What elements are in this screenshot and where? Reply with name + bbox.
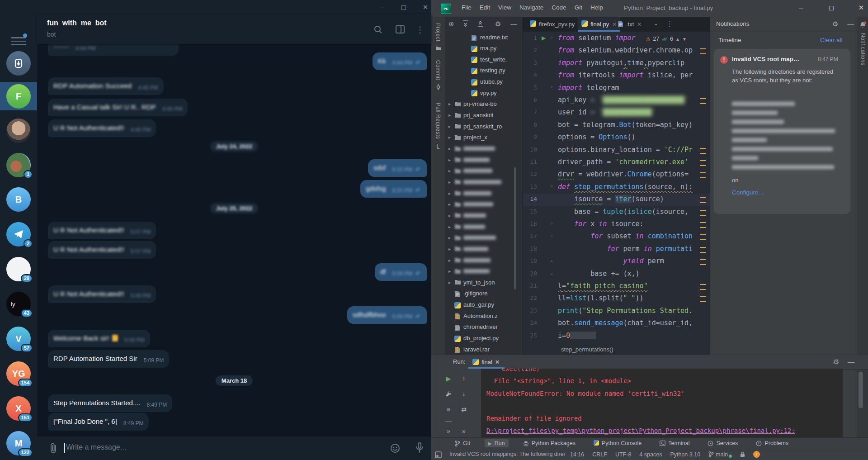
incoming-message[interactable]: U R Not Authenticated!!4:45 PM — [48, 119, 156, 137]
incoming-message[interactable]: Step Permutations Started....8:49 PM — [48, 394, 172, 412]
fold-marker-icon[interactable]: ▿ — [551, 184, 553, 189]
search-icon[interactable] — [372, 23, 384, 36]
tree-item-redacted[interactable]: ▸ — [445, 166, 522, 176]
chat-item-telegram-plane[interactable]: 2 — [0, 220, 37, 248]
code-line-17[interactable]: 17▿ for subset in combination — [523, 231, 710, 243]
chat-item-photo-portrait[interactable] — [0, 117, 37, 145]
incoming-message[interactable]: RDP Automation Succeed4:45 PM — [48, 77, 164, 95]
chevron-right-icon[interactable]: ▸ — [448, 180, 453, 185]
tree-item-redacted[interactable]: ▸ — [445, 266, 522, 277]
code-line-11[interactable]: 11driver_path = 'chromedriver.exe' — [523, 156, 710, 169]
status-python-3-10[interactable]: Python 3.10 — [670, 451, 700, 458]
tree-item-chromedriver[interactable]: chromedriver — [445, 322, 522, 332]
tool-window-tab-commit[interactable]: Commit — [431, 60, 445, 90]
more-actions-icon[interactable]: » — [444, 427, 453, 436]
toolbar-terminal[interactable]: Terminal — [656, 439, 693, 447]
code-line-10[interactable]: 10options.binary_location = 'C://Pr — [523, 144, 710, 156]
code-line-5[interactable]: 5▿import telegram — [523, 82, 710, 95]
maximize-icon[interactable]: ◻ — [393, 0, 414, 14]
emoji-icon[interactable] — [389, 442, 401, 455]
outgoing-message[interactable]: sdfsdfbhoo5:09 PM✓✓ — [347, 306, 427, 324]
hide-panel-icon[interactable]: — — [510, 20, 517, 28]
code-line-19[interactable]: 19▵ yield perm — [523, 256, 710, 268]
code-line-15[interactable]: 15 base = tuple(islice(isource, — [523, 206, 710, 218]
code-line-13[interactable]: 13▿def step_permutations(source, n): — [523, 181, 710, 194]
status-4-spaces[interactable]: 4 spaces — [639, 451, 662, 458]
tree-item-vpy.py[interactable]: vpy.py — [445, 87, 522, 98]
status-crlf[interactable]: CRLF — [592, 451, 607, 458]
incoming-message[interactable]: Welcome Back sir!5:09 PM — [48, 330, 150, 347]
chevron-right-icon[interactable]: ▸ — [448, 224, 453, 229]
incoming-message[interactable]: ·······4:44 PM — [48, 44, 179, 56]
status-utf-8[interactable]: UTF-8 — [615, 451, 631, 458]
chevron-right-icon[interactable]: ▸ — [448, 168, 453, 173]
fold-marker-icon[interactable]: ▿ — [551, 35, 553, 40]
tab-.txt[interactable]: .txt✕ — [614, 17, 645, 32]
chevron-right-icon[interactable]: ▸ — [448, 269, 453, 274]
update-indicator-icon[interactable]: ↑ — [753, 451, 760, 458]
chevron-right-icon[interactable]: ▸ — [448, 135, 453, 140]
console-scrollbar[interactable] — [859, 372, 863, 408]
menu-navigate[interactable]: Navigate — [515, 0, 547, 15]
tree-item-prj-vmare-bo[interactable]: ▸prj-vmare-bo — [445, 99, 522, 109]
chevron-right-icon[interactable]: ▸ — [448, 280, 453, 285]
code-line-18[interactable]: 18 for perm in permutati — [523, 243, 710, 256]
tool-window-tab-project[interactable]: Project — [431, 23, 445, 51]
status-14-16[interactable]: 14:16 — [570, 451, 584, 458]
code-line-22[interactable]: 22ll=list(l.split(" ")) — [523, 293, 710, 305]
toolbar-problems[interactable]: Problems — [752, 439, 792, 447]
chevron-right-icon[interactable]: ▸ — [448, 113, 453, 118]
menu-git[interactable]: Git — [571, 0, 586, 15]
incoming-message[interactable]: RDP Automation Started Sir5:09 PM — [48, 350, 169, 368]
incoming-message[interactable]: U R Not Authenticated!!5:07 PM — [48, 241, 156, 259]
rerun-icon[interactable]: ▶ — [444, 374, 453, 383]
tree-item-redacted[interactable]: ▸ — [445, 176, 522, 187]
chevron-right-icon[interactable]: ▸ — [448, 202, 453, 207]
code-line-8[interactable]: 8bot = telegram.Bot(token=api_key) — [523, 119, 710, 132]
chevron-right-icon[interactable]: ▸ — [448, 124, 453, 129]
chat-item-photo-dark-ly[interactable]: ly43 — [0, 290, 37, 318]
chat-item-photo-outdoor[interactable]: 1 — [0, 151, 37, 179]
chevron-right-icon[interactable]: ▸ — [448, 157, 453, 162]
chevron-right-icon[interactable]: ▸ — [448, 247, 453, 251]
maximize-icon[interactable]: ◻ — [820, 0, 843, 15]
locate-file-icon[interactable]: ⊕ — [448, 20, 454, 28]
tree-item-yml_to_json[interactable]: ▸yml_to_json — [445, 277, 522, 288]
tree-item-utube.py[interactable]: utube.py — [445, 76, 522, 87]
soft-wrap-icon[interactable]: ⇄ — [459, 405, 468, 414]
lock-icon[interactable] — [740, 451, 745, 457]
stop-icon[interactable]: ■ — [444, 405, 453, 414]
tree-item-testing.py[interactable]: testing.py — [445, 65, 522, 76]
tree-item-prj_sanskrit[interactable]: ▸prj_sanskrit — [445, 110, 522, 121]
attach-icon[interactable] — [47, 442, 60, 455]
tree-item-db_project.py[interactable]: db_project.py — [445, 333, 522, 344]
breadcrumb[interactable]: step_permutations() — [523, 344, 710, 355]
tree-item-project_x[interactable]: ▸project_x — [445, 132, 522, 143]
run-console-output[interactable]: exec(line) File "<string>", line 1, in <… — [481, 369, 843, 437]
toolbar-git[interactable]: Git — [451, 439, 474, 447]
code-line-14[interactable]: 14 isource = iter(source) — [523, 194, 710, 206]
toolbar-python-packages[interactable]: Python Packages — [519, 439, 579, 447]
git-branch-widget[interactable]: main — [708, 451, 732, 458]
tree-item-Automation.z[interactable]: Automation.z — [445, 310, 522, 321]
outgoing-message[interactable]: sdsf8:20 PM✓✓ — [368, 159, 427, 177]
chat-item-v[interactable]: V57 — [0, 325, 37, 353]
minimize-icon[interactable]: – — [790, 0, 812, 15]
run-line-icon[interactable]: ▶ — [542, 35, 546, 41]
hamburger-menu-icon[interactable] — [11, 35, 26, 47]
status-message[interactable]: Invalid VCS root mappings: The following… — [449, 451, 565, 457]
tree-item-laravel.rar[interactable]: laravel.rar — [445, 344, 522, 355]
kebab-menu-icon[interactable]: ⋮ — [414, 23, 426, 36]
code-line-3[interactable]: 3import pyautogui,time,pyperclip — [523, 57, 710, 70]
chat-header[interactable]: fun_with_me_bot bot ⋮ — [37, 14, 431, 44]
close-icon[interactable]: ✕ — [850, 0, 868, 15]
chat-item-saved-bot[interactable] — [0, 49, 37, 77]
code-line-23[interactable]: 23print("Step Permutations Started. — [523, 305, 710, 318]
close-tab-icon[interactable]: ✕ — [637, 21, 642, 28]
chat-item-x[interactable]: X151 — [0, 394, 37, 422]
message-input[interactable]: Write a message... — [66, 443, 126, 451]
settings-gear-icon[interactable]: ⚙ — [832, 20, 838, 28]
tree-item-redacted[interactable]: ▸ — [445, 255, 522, 266]
code-line-16[interactable]: 16▿ for x in isource: — [523, 218, 710, 231]
tree-item-.gitignore[interactable]: .gitignore — [445, 288, 522, 299]
